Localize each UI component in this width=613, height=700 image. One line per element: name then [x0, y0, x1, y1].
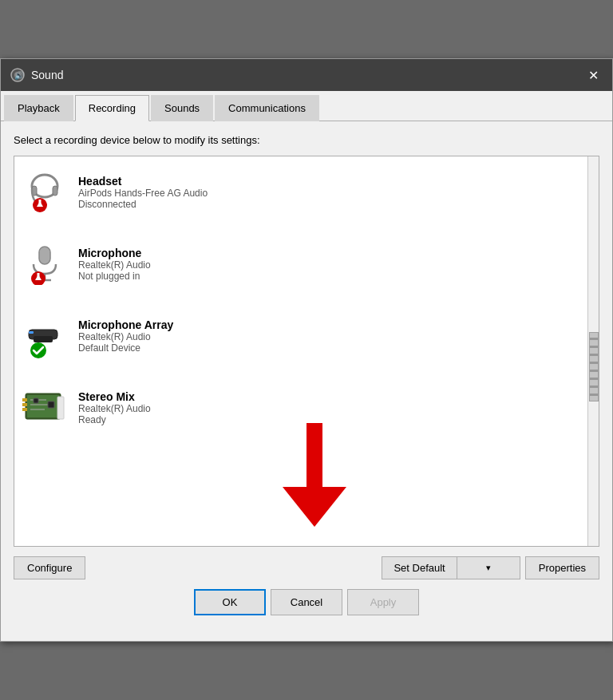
set-default-group: Set Default ▾ — [382, 556, 520, 579]
scrollbar-thumb — [589, 332, 599, 401]
tab-recording[interactable]: Recording — [75, 95, 149, 121]
bottom-buttons-row: OK Cancel Apply — [14, 589, 599, 628]
svg-rect-27 — [22, 403, 27, 406]
svg-rect-5 — [53, 186, 57, 196]
svg-rect-17 — [29, 331, 34, 334]
microphone-array-icon-container — [21, 312, 69, 360]
vertical-scrollbar[interactable] — [587, 156, 599, 546]
device-item-stereo-mix[interactable]: Stereo Mix Realtek(R) Audio Ready — [14, 372, 587, 444]
scrollbar-grip-4 — [590, 362, 598, 364]
title-bar-left: 🔊 Sound — [10, 68, 63, 82]
ok-button[interactable]: OK — [194, 589, 266, 615]
svg-text:🔊: 🔊 — [14, 70, 25, 81]
stereo-mix-icon — [22, 386, 67, 430]
action-buttons-row: Configure Set Default ▾ Properties — [14, 556, 599, 579]
sound-dialog: 🔊 Sound ✕ Playback Recording Sounds Comm… — [0, 58, 613, 642]
scrollbar-grip-8 — [590, 394, 598, 396]
device-list-wrapper: Headset AirPods Hands-Free AG Audio Disc… — [14, 156, 599, 547]
headset-sub: AirPods Hands-Free AG Audio — [78, 188, 581, 199]
title-bar: 🔊 Sound ✕ — [1, 59, 612, 91]
scrollbar-grip-2 — [590, 346, 598, 348]
svg-rect-24 — [48, 401, 54, 408]
microphone-name: Microphone — [78, 247, 581, 259]
cancel-button[interactable]: Cancel — [271, 589, 342, 615]
headset-icon — [24, 172, 65, 213]
svg-rect-16 — [34, 336, 53, 342]
tab-communications[interactable]: Communications — [215, 95, 319, 121]
microphone-array-info: Microphone Array Realtek(R) Audio Defaul… — [78, 318, 581, 354]
svg-rect-26 — [22, 398, 27, 401]
set-default-button[interactable]: Set Default — [382, 556, 457, 579]
configure-button[interactable]: Configure — [14, 556, 85, 579]
stereo-mix-sub: Realtek(R) Audio — [78, 403, 581, 414]
set-default-arrow-button[interactable]: ▾ — [457, 556, 520, 579]
microphone-info: Microphone Realtek(R) Audio Not plugged … — [78, 247, 581, 282]
headset-name: Headset — [78, 175, 581, 188]
stereo-mix-info: Stereo Mix Realtek(R) Audio Ready — [78, 390, 581, 425]
stereo-mix-status: Ready — [78, 414, 581, 425]
svg-rect-29 — [57, 397, 64, 419]
scrollbar-grip-1 — [590, 338, 598, 340]
device-list[interactable]: Headset AirPods Hands-Free AG Audio Disc… — [14, 156, 599, 546]
device-item-microphone[interactable]: Microphone Realtek(R) Audio Not plugged … — [14, 228, 587, 300]
microphone-array-name: Microphone Array — [78, 318, 581, 331]
microphone-sub: Realtek(R) Audio — [78, 259, 581, 271]
scrollbar-grip-3 — [590, 354, 598, 356]
close-button[interactable]: ✕ — [583, 65, 603, 85]
device-item-headset[interactable]: Headset AirPods Hands-Free AG Audio Disc… — [14, 156, 587, 228]
svg-rect-8 — [39, 200, 42, 204]
stereo-mix-icon-container — [21, 384, 69, 432]
device-item-microphone-array[interactable]: Microphone Array Realtek(R) Audio Defaul… — [14, 300, 587, 372]
tab-bar: Playback Recording Sounds Communications — [1, 91, 612, 121]
window-title: Sound — [31, 69, 63, 81]
apply-button[interactable]: Apply — [347, 589, 419, 615]
instruction-text: Select a recording device below to modif… — [14, 134, 599, 146]
stereo-mix-name: Stereo Mix — [78, 390, 581, 403]
svg-rect-25 — [34, 398, 38, 403]
scrollbar-grip-7 — [590, 386, 598, 388]
headset-icon-container — [21, 168, 69, 216]
scrollbar-grip-6 — [590, 378, 598, 380]
properties-button[interactable]: Properties — [525, 556, 599, 579]
svg-rect-9 — [39, 247, 50, 264]
scrollbar-grip-5 — [590, 370, 598, 372]
microphone-array-status: Default Device — [78, 342, 581, 354]
tab-content: Select a recording device below to modif… — [1, 121, 612, 641]
svg-rect-28 — [22, 408, 27, 411]
sound-title-icon: 🔊 — [10, 68, 25, 82]
microphone-status: Not plugged in — [78, 271, 581, 282]
microphone-icon-container — [21, 240, 69, 288]
headset-info: Headset AirPods Hands-Free AG Audio Disc… — [78, 175, 581, 210]
microphone-icon — [24, 243, 65, 285]
microphone-array-sub: Realtek(R) Audio — [78, 331, 581, 342]
headset-status: Disconnected — [78, 199, 581, 210]
tab-playback[interactable]: Playback — [4, 95, 73, 121]
svg-rect-14 — [38, 273, 40, 277]
microphone-array-icon — [22, 314, 67, 358]
tab-sounds[interactable]: Sounds — [151, 95, 213, 121]
